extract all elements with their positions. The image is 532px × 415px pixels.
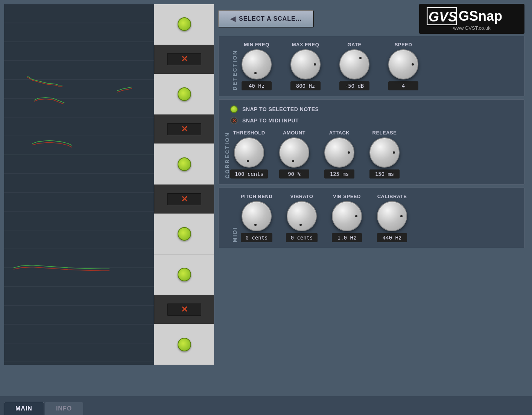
key-black-btn-2[interactable]: ✕ bbox=[167, 123, 201, 135]
tab-main[interactable]: Main bbox=[4, 402, 44, 415]
pitch-bend-label: Pitch Bend bbox=[241, 194, 272, 199]
snap-midi-indicator[interactable]: ✕ bbox=[230, 117, 238, 124]
key-green-btn-1[interactable] bbox=[178, 17, 191, 31]
calibrate-value: 440 Hz bbox=[377, 233, 407, 242]
amount-knob[interactable] bbox=[279, 137, 309, 168]
logo-url: www.GVST.co.uk bbox=[427, 25, 517, 31]
pitch-canvas bbox=[4, 4, 154, 365]
gate-dot bbox=[359, 57, 362, 59]
piano-key-group-8 bbox=[154, 255, 214, 295]
release-value: 150 ms bbox=[369, 169, 400, 179]
piano-key-group-7 bbox=[154, 214, 214, 255]
release-label: Release bbox=[372, 130, 397, 136]
correction-label: Correction bbox=[219, 105, 230, 179]
attack-value: 125 ms bbox=[324, 169, 354, 179]
correction-options: Snap to selected notes ✕ Snap to midi in… bbox=[230, 105, 517, 124]
snap-selected-indicator[interactable] bbox=[230, 105, 238, 113]
key-green-btn-2[interactable] bbox=[178, 87, 191, 101]
amount-dot bbox=[292, 160, 294, 162]
logo-name: GSnap bbox=[459, 8, 502, 24]
pitch-bend-knob[interactable] bbox=[242, 201, 272, 231]
max-freq-knob[interactable] bbox=[290, 49, 321, 79]
key-green-btn-3[interactable] bbox=[178, 157, 191, 171]
correction-content: Snap to selected notes ✕ Snap to midi in… bbox=[230, 105, 517, 179]
midi-content: Pitch Bend 0 cents Vibrato 0 cents bbox=[238, 194, 517, 242]
calibrate-label: Calibrate bbox=[377, 194, 407, 199]
attack-label: Attack bbox=[329, 130, 350, 136]
snap-midi-label: Snap to midi input bbox=[242, 117, 299, 124]
attack-knob[interactable] bbox=[324, 137, 354, 168]
vib-speed-label: Vib Speed bbox=[333, 194, 361, 199]
snap-midi-x-icon: ✕ bbox=[232, 118, 236, 124]
correction-inner: Correction Snap to selected notes ✕ Snap… bbox=[219, 105, 517, 179]
vibrato-label: Vibrato bbox=[290, 194, 313, 199]
piano-keyboard: ✕ ✕ ✕ bbox=[154, 4, 214, 365]
max-freq-label: Max Freq bbox=[292, 42, 319, 47]
release-knob[interactable] bbox=[369, 137, 400, 168]
amount-label: Amount bbox=[283, 130, 306, 136]
key-green-btn-6[interactable] bbox=[178, 338, 191, 351]
key-green-btn-4[interactable] bbox=[178, 227, 191, 241]
gate-group: Gate -50 dB bbox=[336, 42, 373, 90]
detection-knobs-row: Min Freq 40 Hz Max Freq 800 Hz bbox=[238, 42, 517, 90]
key-green-btn-5[interactable] bbox=[178, 268, 191, 281]
select-scale-label: Select a scale... bbox=[239, 15, 302, 22]
gate-label: Gate bbox=[347, 42, 361, 47]
speed-label: Speed bbox=[395, 42, 412, 47]
correction-knobs-row: Threshold 100 cents Amount bbox=[230, 130, 517, 179]
release-dot bbox=[393, 151, 395, 154]
speed-knob[interactable] bbox=[388, 49, 418, 79]
snap-midi-row: ✕ Snap to midi input bbox=[230, 117, 517, 124]
min-freq-dot bbox=[254, 72, 257, 74]
vib-speed-value: 1.0 Hz bbox=[332, 233, 362, 242]
threshold-value: 100 cents bbox=[230, 169, 268, 179]
key-x-icon-1: ✕ bbox=[181, 55, 188, 63]
calibrate-knob[interactable] bbox=[377, 201, 407, 231]
snap-selected-label: Snap to selected notes bbox=[242, 106, 319, 112]
midi-section: Midi Pitch Bend 0 cents Vibrato bbox=[218, 188, 524, 248]
max-freq-dot bbox=[314, 63, 316, 66]
piano-key-group-10 bbox=[154, 324, 214, 365]
release-group: Release 150 ms bbox=[366, 130, 403, 179]
vibrato-dot bbox=[299, 224, 302, 226]
min-freq-label: Min Freq bbox=[244, 42, 269, 47]
threshold-group: Threshold 100 cents bbox=[230, 130, 268, 179]
key-black-btn-4[interactable]: ✕ bbox=[167, 304, 201, 316]
svg-text:GVST: GVST bbox=[429, 9, 457, 24]
key-x-icon-3: ✕ bbox=[181, 195, 188, 203]
max-freq-group: Max Freq 800 Hz bbox=[287, 42, 324, 90]
vibrato-value: 0 cents bbox=[286, 233, 317, 242]
vibrato-knob[interactable] bbox=[287, 201, 317, 231]
min-freq-knob[interactable] bbox=[242, 49, 272, 79]
piano-key-group-1 bbox=[154, 4, 214, 45]
threshold-knob[interactable] bbox=[234, 137, 264, 168]
key-black-btn-3[interactable]: ✕ bbox=[167, 193, 201, 205]
select-scale-arrow-icon: ◀ bbox=[230, 15, 236, 23]
calibrate-dot bbox=[400, 215, 403, 217]
attack-dot bbox=[348, 151, 350, 154]
vib-speed-dot bbox=[355, 215, 357, 217]
key-black-btn-1[interactable]: ✕ bbox=[167, 53, 201, 65]
key-x-icon-4: ✕ bbox=[181, 305, 188, 314]
vib-speed-knob[interactable] bbox=[332, 201, 362, 231]
gate-knob[interactable] bbox=[339, 49, 369, 79]
detection-content: Min Freq 40 Hz Max Freq 800 Hz bbox=[238, 42, 517, 90]
key-x-icon-2: ✕ bbox=[181, 125, 188, 133]
threshold-dot bbox=[247, 160, 249, 162]
header: ◀ Select a scale... GVST GSnap www.GVST.… bbox=[218, 4, 524, 34]
max-freq-value: 800 Hz bbox=[290, 81, 321, 90]
tab-info[interactable]: Info bbox=[45, 402, 83, 415]
gvst-logo-svg: GVST bbox=[427, 7, 457, 25]
pitch-bend-group: Pitch Bend 0 cents bbox=[238, 194, 275, 242]
amount-value: 90 % bbox=[279, 169, 309, 179]
piano-key-group-4: ✕ bbox=[154, 114, 214, 144]
select-scale-button[interactable]: ◀ Select a scale... bbox=[218, 10, 314, 27]
vibrato-group: Vibrato 0 cents bbox=[283, 194, 321, 242]
detection-section: Detection Min Freq 40 Hz Max Freq bbox=[218, 36, 524, 96]
min-freq-value: 40 Hz bbox=[242, 81, 272, 90]
attack-group: Attack 125 ms bbox=[321, 130, 358, 179]
piano-key-group-9: ✕ bbox=[154, 295, 214, 324]
speed-dot bbox=[412, 63, 414, 66]
right-panel: ◀ Select a scale... GVST GSnap www.GVST.… bbox=[214, 4, 528, 392]
midi-knobs-row: Pitch Bend 0 cents Vibrato 0 cents bbox=[238, 194, 517, 242]
